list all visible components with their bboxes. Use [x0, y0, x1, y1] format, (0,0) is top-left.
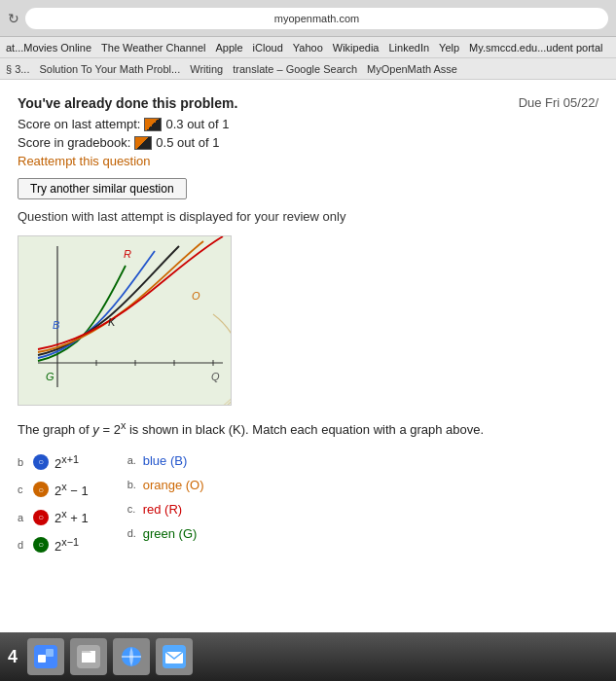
list-item: a. blue (B): [127, 453, 204, 468]
taskbar-item-files[interactable]: [70, 638, 107, 675]
bookmark-openmath[interactable]: MyOpenMath Asse: [367, 63, 457, 75]
right-letter-b: b.: [127, 479, 137, 490]
right-letter-d: d.: [127, 527, 137, 539]
taskbar-item-browser[interactable]: [113, 638, 150, 675]
list-item: c. red (R): [127, 502, 204, 517]
svg-rect-14: [38, 655, 46, 663]
due-date: Due Fri 05/22/: [519, 95, 598, 110]
svg-rect-15: [46, 649, 54, 657]
badge-c: ○: [33, 482, 49, 497]
bookmark-section3[interactable]: § 3...: [6, 63, 29, 75]
right-column: a. blue (B) b. orange (O) c. red (R) d. …: [127, 453, 204, 554]
bookmark-movies[interactable]: at...Movies Online: [6, 42, 91, 54]
problem-text: The graph of y = 2x is shown in black (K…: [18, 417, 598, 440]
right-letter-a: a.: [127, 454, 137, 466]
right-letter-c: c.: [127, 503, 137, 515]
list-item: c ○ 2x − 1: [18, 481, 89, 498]
bookmarks-bar-1: at...Movies Online The Weather Channel A…: [0, 37, 616, 58]
bookmark-writing[interactable]: Writing: [190, 63, 223, 75]
answer-prefix-d: d: [18, 539, 27, 551]
list-item: b ○ 2x+1: [18, 453, 89, 471]
score-last-box: [144, 118, 162, 131]
list-item: d. green (G): [127, 526, 204, 541]
equation-b: 2x+1: [54, 453, 79, 471]
equation-d: 2x−1: [54, 536, 79, 554]
bookmarks-bar-2: § 3... Solution To Your Math Probl... Wr…: [0, 58, 616, 80]
bookmark-icloud[interactable]: iCloud: [253, 42, 283, 54]
equation-a: 2x + 1: [54, 508, 89, 525]
answer-prefix-c: c: [18, 484, 27, 495]
svg-text:R: R: [124, 248, 131, 260]
bookmark-apple[interactable]: Apple: [215, 42, 242, 54]
review-note: Question with last attempt is displayed …: [18, 209, 598, 224]
try-another-button[interactable]: Try another similar question: [18, 178, 187, 199]
left-column: b ○ 2x+1 c ○ 2x − 1 a ○ 2x + 1 d ○ 2x−1: [18, 453, 89, 554]
matching-area: b ○ 2x+1 c ○ 2x − 1 a ○ 2x + 1 d ○ 2x−1: [18, 453, 598, 554]
color-label-red: red (R): [143, 502, 182, 517]
refresh-icon[interactable]: ↻: [8, 11, 19, 26]
svg-text:B: B: [53, 319, 59, 331]
taskbar: 4: [0, 632, 616, 681]
score-gradebook-value: 0.5 out of 1: [156, 135, 219, 150]
taskbar-number: 4: [8, 647, 18, 667]
main-content: You've already done this problem. Due Fr…: [0, 80, 616, 632]
bookmark-weather[interactable]: The Weather Channel: [101, 42, 205, 54]
list-item: a ○ 2x + 1: [18, 508, 89, 525]
score-last-label: Score on last attempt:: [18, 117, 140, 131]
score-gradebook-line: Score in gradebook: 0.5 out of 1: [18, 135, 598, 150]
list-item: b. orange (O): [127, 478, 204, 492]
already-done-text: You've already done this problem.: [18, 95, 598, 111]
svg-text:K: K: [108, 316, 116, 328]
answer-prefix-b: b: [18, 456, 27, 468]
svg-text:Q: Q: [211, 371, 220, 382]
svg-text:G: G: [46, 371, 54, 382]
badge-d: ○: [33, 537, 49, 553]
reattempt-link[interactable]: Reattempt this question: [18, 154, 151, 168]
browser-chrome: ↻ myopenmath.com: [0, 0, 616, 37]
badge-a: ○: [33, 510, 49, 525]
bookmark-yahoo[interactable]: Yahoo: [293, 42, 323, 54]
score-gradebook-box: [134, 136, 152, 150]
badge-b: ○: [33, 454, 49, 470]
bookmark-translate[interactable]: translate – Google Search: [233, 63, 357, 75]
bookmark-yelp[interactable]: Yelp: [439, 42, 459, 54]
bookmark-smccd[interactable]: My.smccd.edu...udent portal: [469, 42, 602, 54]
address-bar[interactable]: myopenmath.com: [25, 8, 608, 29]
svg-text:O: O: [192, 290, 200, 302]
bookmark-wikipedia[interactable]: Wikipedia: [333, 42, 380, 54]
score-last-attempt-line: Score on last attempt: 0.3 out of 1: [18, 117, 598, 131]
equation-c: 2x − 1: [54, 481, 89, 498]
url-text: myopenmath.com: [274, 13, 359, 24]
bookmark-linkedin[interactable]: LinkedIn: [388, 42, 429, 54]
color-label-orange: orange (O): [143, 478, 204, 492]
bookmark-solution[interactable]: Solution To Your Math Probl...: [39, 63, 180, 75]
graph-svg: R B O K G Q: [18, 236, 232, 406]
list-item: d ○ 2x−1: [18, 536, 89, 554]
color-label-blue: blue (B): [143, 453, 188, 468]
answer-prefix-a: a: [18, 512, 27, 523]
score-gradebook-label: Score in gradebook:: [18, 135, 130, 150]
color-label-green: green (G): [143, 526, 198, 541]
graph-container: R B O K G Q: [18, 235, 232, 406]
taskbar-item-finder[interactable]: [27, 638, 64, 675]
score-last-value: 0.3 out of 1: [165, 117, 229, 131]
taskbar-item-mail[interactable]: [156, 638, 193, 675]
